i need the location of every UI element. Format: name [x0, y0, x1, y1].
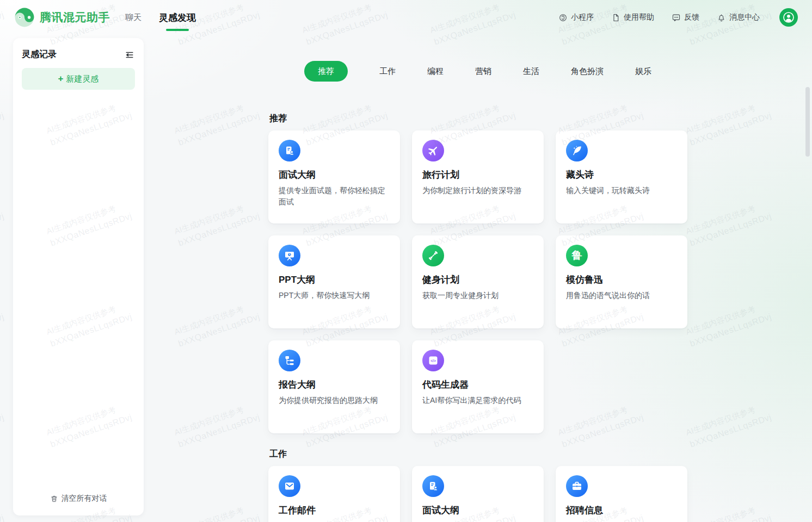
card-ppt-outline[interactable]: PPT大纲 PPT大师，帮你快速写大纲 [268, 235, 400, 328]
card-title: 旅行计划 [422, 169, 533, 181]
sidebar-title: 灵感记录 [22, 49, 57, 60]
interview-doc-icon [279, 140, 300, 161]
plus-icon: + [58, 73, 64, 84]
code-icon: </> [422, 350, 444, 371]
help-button[interactable]: 使用帮助 [611, 13, 654, 22]
yin-yang-logo-icon [14, 7, 35, 28]
card-work-email[interactable]: 工作邮件 [268, 466, 400, 522]
mini-program-icon [558, 13, 568, 22]
section-title-recommended: 推荐 [269, 113, 687, 123]
card-title: 面试大纲 [279, 169, 390, 181]
card-code-generator[interactable]: </> 代码生成器 让AI帮你写出满足需求的代码 [412, 340, 544, 433]
topbar: 腾讯混元助手 聊天 灵感发现 小程序 使用帮助 [0, 0, 812, 35]
briefcase-icon [566, 475, 588, 497]
nav-tab-inspiration[interactable]: 灵感发现 [159, 11, 196, 24]
collapse-sidebar-button[interactable] [124, 49, 135, 60]
card-title: 模仿鲁迅 [566, 274, 677, 286]
svg-text:</>: </> [430, 359, 436, 363]
filter-coding[interactable]: 编程 [427, 66, 444, 77]
feedback-icon [672, 13, 681, 22]
filter-entertainment[interactable]: 娱乐 [635, 66, 651, 77]
collapse-sidebar-icon [124, 49, 135, 60]
sidebar-header: 灵感记录 [13, 38, 144, 60]
user-icon [782, 10, 796, 24]
content-column: 推荐 面试大纲 提供专业面试题，帮你轻松搞定面试 旅行计划 为你制定旅行计划的资… [268, 113, 687, 522]
app-title: 腾讯混元助手 [40, 10, 110, 25]
filter-roleplay[interactable]: 角色扮演 [571, 66, 604, 77]
filter-work[interactable]: 工作 [379, 66, 396, 77]
presentation-icon [279, 245, 300, 266]
mini-program-button[interactable]: 小程序 [558, 13, 594, 22]
card-fitness-plan[interactable]: 健身计划 获取一周专业健身计划 [412, 235, 544, 328]
topbar-actions: 小程序 使用帮助 反馈 消息中心 [558, 8, 798, 27]
card-desc: 提供专业面试题，帮你轻松搞定面试 [279, 185, 390, 208]
mail-icon [279, 475, 300, 497]
card-travel-plan[interactable]: 旅行计划 为你制定旅行计划的资深导游 [412, 130, 544, 223]
work-card-grid: 工作邮件 面试大纲 招聘信息 [268, 466, 687, 522]
help-label: 使用帮助 [624, 13, 654, 22]
outline-tree-icon [279, 350, 300, 371]
card-title: 健身计划 [422, 274, 533, 286]
card-desc: 获取一周专业健身计划 [422, 290, 533, 301]
user-avatar[interactable] [779, 8, 798, 27]
mini-program-label: 小程序 [571, 13, 594, 22]
plane-icon [422, 140, 444, 161]
card-recruitment-info[interactable]: 招聘信息 [556, 466, 687, 522]
filter-life[interactable]: 生活 [523, 66, 539, 77]
active-tab-underline [166, 29, 189, 31]
interview-doc-icon [422, 475, 444, 497]
app-logo: 腾讯混元助手 [14, 7, 110, 28]
card-desc: PPT大师，帮你快速写大纲 [279, 290, 390, 301]
section-title-work: 工作 [269, 449, 687, 459]
card-desc: 为你提供研究报告的思路大纲 [279, 395, 390, 406]
card-report-outline[interactable]: 报告大纲 为你提供研究报告的思路大纲 [268, 340, 400, 433]
lu-glyph-icon: 鲁 [566, 245, 588, 266]
card-interview-outline[interactable]: 面试大纲 提供专业面试题，帮你轻松搞定面试 [268, 130, 400, 223]
lu-character: 鲁 [572, 248, 582, 263]
message-center-button[interactable]: 消息中心 [717, 13, 760, 22]
category-filter-bar: 推荐 工作 编程 营销 生活 角色扮演 娱乐 [144, 61, 812, 82]
quill-icon [566, 140, 588, 161]
help-doc-icon [611, 13, 620, 22]
card-title: 藏头诗 [566, 169, 677, 181]
primary-nav: 聊天 灵感发现 [125, 11, 196, 24]
card-desc: 输入关键词，玩转藏头诗 [566, 185, 677, 196]
card-title: 工作邮件 [279, 504, 390, 517]
message-center-label: 消息中心 [729, 13, 760, 22]
clear-all-label: 清空所有对话 [61, 494, 107, 504]
sidebar: 灵感记录 + 新建灵感 清空所有对话 [13, 38, 144, 515]
card-title: 面试大纲 [422, 504, 533, 517]
feedback-button[interactable]: 反馈 [672, 13, 699, 22]
new-inspiration-label: 新建灵感 [66, 74, 99, 84]
card-desc: 让AI帮你写出满足需求的代码 [422, 395, 533, 406]
clear-all-conversations-button[interactable]: 清空所有对话 [13, 494, 144, 504]
card-acrostic-poem[interactable]: 藏头诗 输入关键词，玩转藏头诗 [556, 130, 687, 223]
card-interview-outline-work[interactable]: 面试大纲 [412, 466, 544, 522]
card-title: PPT大纲 [279, 274, 390, 286]
feedback-label: 反馈 [684, 13, 699, 22]
card-title: 招聘信息 [566, 504, 677, 517]
new-inspiration-button[interactable]: + 新建灵感 [22, 68, 135, 90]
dumbbell-icon [422, 245, 444, 266]
recommended-card-grid: 面试大纲 提供专业面试题，帮你轻松搞定面试 旅行计划 为你制定旅行计划的资深导游… [268, 130, 687, 433]
vertical-scrollbar-thumb[interactable] [805, 87, 810, 157]
card-title: 代码生成器 [422, 378, 533, 391]
card-title: 报告大纲 [279, 378, 390, 391]
bell-icon [717, 13, 726, 22]
card-desc: 用鲁迅的语气说出你的话 [566, 290, 677, 301]
trash-icon [50, 495, 58, 503]
main-area: 推荐 工作 编程 营销 生活 角色扮演 娱乐 推荐 面试大纲 提供专业面试题，帮… [144, 35, 812, 522]
filter-marketing[interactable]: 营销 [475, 66, 491, 77]
nav-tab-chat[interactable]: 聊天 [125, 13, 142, 23]
nav-tab-inspiration-label: 灵感发现 [159, 13, 196, 23]
card-desc: 为你制定旅行计划的资深导游 [422, 185, 533, 196]
filter-recommended[interactable]: 推荐 [304, 61, 348, 82]
card-imitate-luxun[interactable]: 鲁 模仿鲁迅 用鲁迅的语气说出你的话 [556, 235, 687, 328]
